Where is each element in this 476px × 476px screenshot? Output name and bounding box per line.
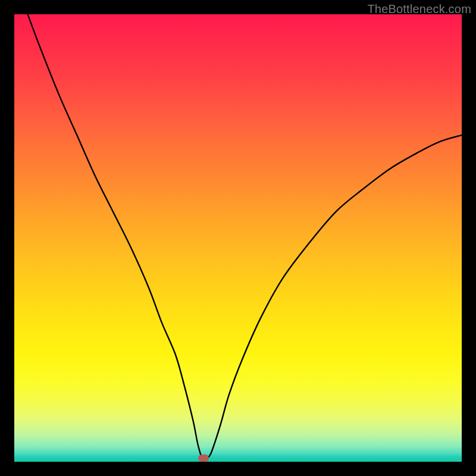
- plot-area: [14, 14, 462, 462]
- chart-frame: TheBottleneck.com: [0, 0, 476, 476]
- curve-svg: [14, 14, 462, 462]
- bottleneck-curve: [28, 14, 462, 459]
- trough-marker: [198, 455, 209, 462]
